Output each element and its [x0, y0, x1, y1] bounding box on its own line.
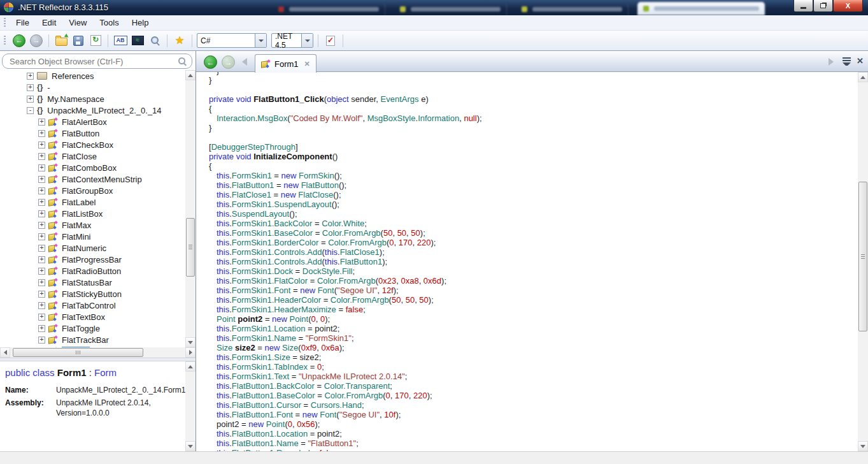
expand-icon[interactable]: + [38, 291, 45, 298]
minimize-button[interactable] [793, 0, 813, 12]
tree-item-flatclose[interactable]: +FlatClose [0, 150, 185, 162]
tree-item-flatstatusbar[interactable]: +FlatStatusBar [0, 277, 185, 288]
expand-icon[interactable]: + [38, 176, 45, 183]
collapse-icon[interactable]: - [27, 107, 34, 114]
expand-icon[interactable]: + [38, 222, 45, 229]
expand-icon[interactable]: + [38, 256, 45, 263]
history-back-button[interactable] [204, 55, 217, 69]
close-document-icon[interactable] [857, 56, 864, 66]
background-tab-blurred[interactable] [394, 3, 507, 15]
scrollbar-thumb[interactable] [858, 182, 867, 331]
close-button[interactable]: X [833, 0, 863, 12]
menu-item-edit[interactable]: Edit [36, 16, 62, 29]
chevron-down-icon [301, 34, 313, 47]
tree-item-flatbutton[interactable]: +FlatButton [0, 127, 185, 139]
tree-item-flattextbox[interactable]: +FlatTextBox [0, 311, 185, 323]
expand-icon[interactable]: + [38, 141, 45, 149]
code-vertical-scrollbar[interactable] [858, 72, 868, 451]
tree-item-flattabcontrol[interactable]: +FlatTabControl [0, 300, 185, 311]
favorites-button[interactable] [172, 33, 187, 48]
menu-item-tools[interactable]: Tools [93, 16, 125, 29]
tree-item-flatlistbox[interactable]: +FlatListBox [0, 208, 185, 219]
tree-item-flatlabel[interactable]: +FlatLabel [0, 196, 185, 208]
tree-item-flatcheckbox[interactable]: +FlatCheckBox [0, 139, 185, 150]
expand-icon[interactable]: + [38, 325, 45, 332]
expand-icon[interactable]: + [38, 130, 45, 137]
save-button[interactable] [71, 33, 86, 48]
tree-item-[interactable]: +{}- [0, 82, 185, 93]
menu-item-help[interactable]: Help [125, 16, 155, 29]
scroll-down-icon[interactable] [185, 441, 196, 451]
tree-item-flattrackbar[interactable]: +FlatTrackBar [0, 334, 185, 345]
expand-icon[interactable]: + [38, 314, 45, 321]
tree-item-my-namespace[interactable]: +{}My.Namespace [0, 93, 185, 105]
language-dropdown[interactable]: C# [197, 33, 267, 48]
expand-icon[interactable]: + [38, 279, 45, 286]
tree-item-flatradiobutton[interactable]: +FlatRadioButton [0, 265, 185, 277]
tree-item-flatcombobox[interactable]: +FlatComboBox [0, 162, 185, 173]
scroll-down-icon[interactable] [858, 441, 868, 451]
tree-item-flatmini[interactable]: +FlatMini [0, 231, 185, 242]
decompiled-source-view[interactable]: }} private void FlatButton1_Click(object… [196, 72, 858, 451]
tree-item-flatalertbox[interactable]: +FlatAlertBox [0, 116, 185, 127]
expand-icon[interactable]: + [27, 96, 34, 103]
expand-icon[interactable]: + [38, 153, 45, 160]
tree-vertical-scrollbar[interactable] [185, 70, 196, 347]
scroll-up-icon[interactable] [185, 361, 196, 372]
signature-base-type-link[interactable]: Form [94, 367, 117, 378]
scroll-up-icon[interactable] [185, 70, 196, 80]
scroll-up-icon[interactable] [858, 72, 868, 82]
framework-dropdown[interactable]: .NET 4.5 [271, 33, 313, 48]
scroll-tabs-left-icon[interactable] [242, 58, 247, 66]
expand-icon[interactable]: + [38, 302, 45, 309]
expand-icon[interactable]: + [38, 245, 45, 252]
tree-item-references[interactable]: +References [0, 70, 185, 82]
background-tab-blurred[interactable] [637, 2, 765, 15]
info-vertical-scrollbar[interactable] [185, 361, 196, 451]
forward-button[interactable] [29, 33, 44, 48]
search-button[interactable] [147, 33, 162, 48]
expand-icon[interactable]: + [38, 119, 45, 126]
history-forward-button[interactable] [222, 55, 235, 69]
tree-item-flattoggle[interactable]: +FlatToggle [0, 323, 185, 334]
tree-item-flatmax[interactable]: +FlatMax [0, 219, 185, 231]
refresh-button[interactable] [88, 33, 103, 48]
tab-form1[interactable]: Form1 ✕ [255, 54, 317, 73]
expand-icon[interactable]: + [38, 187, 45, 194]
open-assembly-button[interactable] [53, 33, 69, 48]
expand-icon[interactable]: + [38, 337, 45, 344]
back-button[interactable] [11, 33, 27, 48]
search-box[interactable] [2, 54, 192, 69]
tree-item-flatgroupbox[interactable]: +FlatGroupBox [0, 185, 185, 196]
expand-icon[interactable]: + [38, 210, 45, 217]
disassembler-button[interactable] [130, 33, 145, 48]
restore-button[interactable] [813, 0, 833, 12]
scroll-tabs-right-icon[interactable] [829, 58, 834, 66]
scrollbar-thumb[interactable] [186, 218, 195, 277]
tree-item-flatstickybutton[interactable]: +FlatStickyButton [0, 288, 185, 300]
tab-close-icon[interactable]: ✕ [304, 60, 310, 68]
tab-list-menu-icon[interactable] [843, 57, 851, 66]
expand-icon[interactable]: + [38, 233, 45, 240]
scroll-left-icon[interactable] [0, 347, 10, 358]
tree-item-unpackme-ilprotect-2-0-14[interactable]: -{}UnpackMe_ILProtect_2._0._14 [0, 105, 185, 116]
background-tab-blurred[interactable] [273, 3, 385, 15]
tree-item-flatcontextmenustrip[interactable]: +FlatContextMenuStrip [0, 173, 185, 185]
scrollbar-thumb[interactable] [13, 348, 143, 357]
background-tab-blurred[interactable] [516, 3, 629, 15]
rename-ab-button[interactable] [113, 33, 128, 48]
menu-item-file[interactable]: File [10, 16, 36, 29]
scroll-down-icon[interactable] [185, 337, 196, 347]
expand-icon[interactable]: + [38, 199, 45, 206]
expand-icon[interactable]: + [38, 164, 45, 171]
search-input[interactable] [8, 56, 175, 67]
menu-item-view[interactable]: View [62, 16, 93, 29]
tree-item-flatnumeric[interactable]: +FlatNumeric [0, 242, 185, 254]
scroll-right-icon[interactable] [185, 347, 196, 358]
tree-item-flatprogressbar[interactable]: +FlatProgressBar [0, 254, 185, 265]
expand-icon[interactable]: + [27, 73, 34, 80]
analyze-button[interactable] [323, 33, 338, 48]
tree-horizontal-scrollbar[interactable] [0, 347, 196, 358]
expand-icon[interactable]: + [27, 84, 34, 91]
expand-icon[interactable]: + [38, 268, 45, 275]
